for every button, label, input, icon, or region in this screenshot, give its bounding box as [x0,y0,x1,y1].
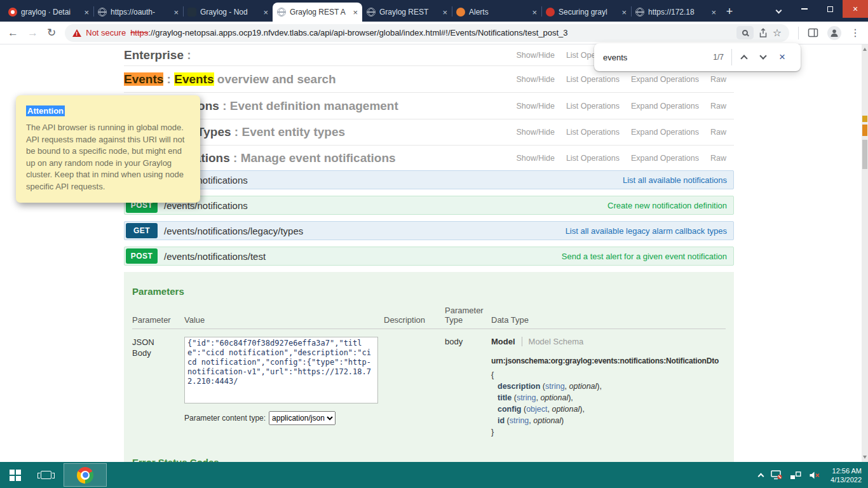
expand-operations-link[interactable]: Expand Operations [631,75,699,84]
api-browser-content: Enterprise : Show/Hide List Operations E… [124,44,734,462]
content-type-select[interactable]: application/json [269,411,336,425]
tab-close-icon[interactable]: × [263,8,268,17]
show-hide-link[interactable]: Show/Hide [516,154,554,163]
tray-expand-chevron-icon[interactable] [758,473,764,480]
restore-button[interactable] [817,0,843,18]
endpoint-path[interactable]: /events/notifications/legacy/types [164,226,303,236]
data-type-cell: Model Model Schema urn:jsonschema:org:gr… [491,337,726,438]
json-body-textarea[interactable]: {"id":"60c84f70f38d927e6effa3a7","title"… [184,337,378,403]
scroll-up-icon[interactable] [863,48,867,51]
column-header-description: Description [384,315,445,325]
browser-tab[interactable]: Graylog - Nod × [183,3,273,22]
tab-close-icon[interactable]: × [442,8,447,17]
endpoint-summary-link[interactable]: List all available legacy alarm callback… [566,226,727,236]
show-hide-link[interactable]: Show/Hide [516,51,554,60]
tab-close-icon[interactable]: × [84,8,89,17]
system-tray: 12:56 AM 4/13/2022 [759,462,868,488]
alerts-favicon-icon [456,8,465,17]
section-title[interactable]: Enterprise : [124,48,191,62]
expand-operations-link[interactable]: Expand Operations [631,154,699,163]
tab-close-icon[interactable]: × [711,8,716,17]
back-button[interactable]: ← [8,27,18,38]
profile-icon[interactable] [827,26,841,40]
not-secure-label[interactable]: Not secure [86,28,126,37]
endpoint-summary-link[interactable]: Send a test alert for a given event noti… [562,252,727,261]
browser-tab[interactable]: https://172.18 × [631,3,721,22]
chrome-taskbar-button[interactable] [64,463,107,487]
new-tab-button[interactable]: + [721,3,738,20]
browser-tab[interactable]: Graylog REST × [362,3,452,22]
find-bar[interactable]: events 1/7 × [594,43,801,71]
browser-tab[interactable]: Alerts × [452,3,541,22]
endpoint-row[interactable]: POST /events/notifications/test Send a t… [124,247,734,266]
volume-muted-icon[interactable] [809,471,820,480]
browser-tab[interactable]: graylog · Detai × [4,3,93,22]
display-status-icon[interactable] [771,470,782,480]
find-next-button[interactable] [754,48,773,67]
tab-close-icon[interactable]: × [173,8,179,17]
zoom-indicator-icon[interactable] [736,26,754,39]
browser-tab[interactable]: Securing grayl × [541,3,631,22]
list-operations-link[interactable]: List Operations [566,154,620,163]
raw-link[interactable]: Raw [710,102,726,111]
refresh-button[interactable]: ↻ [47,27,56,38]
show-hide-link[interactable]: Show/Hide [516,75,554,84]
start-button[interactable] [0,462,31,488]
bookmark-star-icon[interactable]: ☆ [773,27,782,39]
forward-button[interactable]: → [27,27,38,38]
raw-link[interactable]: Raw [710,128,726,137]
side-panel-icon[interactable] [808,27,818,38]
tab-bar: graylog · Detai × https://oauth- × Grayl… [0,0,868,22]
taskbar-clock[interactable]: 12:56 AM 4/13/2022 [831,466,862,484]
api-section-row-event-definitions: EventDefinitions : Event definition mana… [124,93,734,119]
expand-operations-link[interactable]: Expand Operations [631,102,699,111]
tab-list-chevron-icon[interactable] [770,3,787,20]
find-previous-button[interactable] [735,48,754,67]
minimize-button[interactable] [792,0,817,18]
endpoint-row[interactable]: POST /events/notifications Create new no… [124,196,734,215]
section-links: Show/Hide List Operations Expand Operati… [516,128,734,137]
url-scheme: https [130,28,148,37]
network-icon[interactable] [790,471,801,480]
tab-close-icon[interactable]: × [353,8,358,17]
attention-popup: Attention The API browser is running in … [16,95,200,203]
list-operations-link[interactable]: List Operations [566,102,620,111]
endpoint-summary-link[interactable]: Create new notification definition [607,201,727,210]
scrollbar-thumb[interactable] [862,140,867,169]
show-hide-link[interactable]: Show/Hide [516,102,554,111]
raw-link[interactable]: Raw [710,154,726,163]
browser-tab-active[interactable]: Graylog REST A × [273,3,362,22]
list-operations-link[interactable]: List Operations [566,75,620,84]
omnibox[interactable]: Not secure https://graylog-netopsai.apps… [65,24,789,42]
model-schema-tab[interactable]: Model Schema [522,337,584,346]
tab-close-icon[interactable]: × [532,8,537,17]
endpoint-path[interactable]: /events/notifications/test [164,251,266,262]
model-tab[interactable]: Model [491,337,515,346]
close-button[interactable]: × [843,0,868,18]
endpoint-row[interactable]: GET /events/notifications List all avail… [124,170,734,189]
find-close-button[interactable]: × [773,48,792,67]
value-cell: {"id":"60c84f70f38d927e6effa3a7","title"… [184,337,384,425]
section-title[interactable]: Events : Events overview and search [124,72,336,86]
attention-popup-title: Attention [26,105,65,116]
not-secure-warning-icon[interactable] [72,29,81,37]
raw-link[interactable]: Raw [710,75,726,84]
browser-tab[interactable]: https://oauth- × [93,3,183,22]
scroll-down-icon[interactable] [863,456,867,459]
tab-close-icon[interactable]: × [621,8,627,17]
expand-operations-link[interactable]: Expand Operations [631,128,699,137]
page-url[interactable]: https://graylog-netopsai.apps.ocp19.nfvd… [130,28,732,37]
find-input[interactable]: events [603,53,713,62]
menu-icon[interactable]: ⋮ [850,27,860,39]
model-field: id (string, optional) [491,415,726,426]
task-view-button[interactable] [31,462,61,488]
share-icon[interactable] [758,28,768,38]
column-header-parameter: Parameter [132,315,184,325]
show-hide-link[interactable]: Show/Hide [516,128,554,137]
endpoint-row[interactable]: GET /events/notifications/legacy/types L… [124,221,734,240]
method-badge: GET [126,223,158,238]
list-operations-link[interactable]: List Operations [566,128,620,137]
page-scrollbar[interactable] [862,44,868,462]
endpoint-summary-link[interactable]: List all available notifications [623,175,727,185]
find-match-marker [862,125,867,136]
